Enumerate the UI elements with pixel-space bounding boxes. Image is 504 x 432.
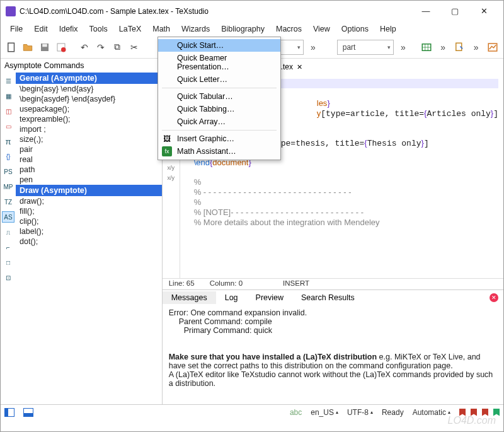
list-item[interactable]: import ; (16, 124, 162, 134)
tab-close-icon[interactable]: ✕ (297, 63, 302, 71)
wizard-insert-graphic[interactable]: 🖼Insert Graphic… (158, 132, 280, 145)
menu-edit[interactable]: Edit (28, 23, 54, 35)
list-item[interactable]: real (16, 155, 162, 165)
bookmark-icon[interactable] (459, 409, 466, 416)
sidetab-10[interactable]: ⎍ (2, 226, 14, 238)
list-item[interactable]: fill(); (16, 206, 162, 216)
svg-rect-2 (42, 44, 47, 47)
app-icon (6, 6, 16, 16)
menu-latex[interactable]: LaTeX (113, 23, 147, 35)
menu-bibliography[interactable]: Bibliography (215, 23, 270, 35)
msg-line: Parent Command: compile (169, 317, 497, 326)
menu-wizards[interactable]: Wizards (176, 23, 215, 35)
arrow-right-icon-2[interactable]: » (396, 39, 410, 55)
list-item[interactable]: size(,); (16, 134, 162, 144)
list-item[interactable]: texpreamble(); (16, 114, 162, 124)
sidetab-7[interactable]: MP (2, 181, 14, 192)
sidetab-8[interactable]: TZ (2, 196, 14, 207)
sidetab-6[interactable]: PS (2, 166, 14, 177)
menu-view[interactable]: View (307, 23, 336, 35)
panel-close-icon[interactable]: ✕ (490, 293, 498, 302)
list-item[interactable]: pair (16, 144, 162, 155)
combo-part[interactable]: part (337, 40, 394, 55)
tab-messages[interactable]: Messages (163, 291, 216, 304)
menu-tools[interactable]: Tools (84, 23, 113, 35)
wizard-quick-tabbing[interactable]: Quick Tabbing… (158, 103, 280, 115)
list-item[interactable]: \begin{asydef} \end{asydef} (16, 94, 162, 104)
status-auto[interactable]: Automatic ▴ (413, 408, 450, 417)
arrow-right-icon-4[interactable]: » (469, 39, 483, 55)
menu-help[interactable]: Help (374, 23, 402, 35)
copy-icon[interactable]: ⧉ (110, 39, 124, 55)
menu-idefix[interactable]: Idefix (54, 23, 84, 35)
bookmark-icon[interactable] (482, 409, 488, 416)
minimize-button[interactable]: — (411, 2, 440, 21)
tab-preview[interactable]: Preview (247, 291, 292, 304)
list-item[interactable]: pen (16, 175, 162, 185)
chart-icon[interactable] (486, 39, 500, 55)
close-file-icon[interactable] (54, 39, 68, 55)
list-item[interactable]: label(); (16, 226, 162, 236)
close-button[interactable]: ✕ (469, 2, 498, 21)
list-item[interactable]: path (16, 165, 162, 175)
status-ready: Ready (382, 408, 404, 417)
arrow-right-icon-3[interactable]: » (436, 39, 450, 55)
spellcheck-icon[interactable]: abc (290, 408, 302, 417)
sidetab-13[interactable]: ⊡ (2, 272, 14, 283)
gutter-icon: x/y (167, 175, 175, 181)
menu-macros[interactable]: Macros (270, 23, 307, 35)
wizard-quick-tabular[interactable]: Quick Tabular… (158, 90, 280, 103)
tab-log[interactable]: Log (216, 291, 247, 304)
status-language[interactable]: en_US ▴ (311, 408, 338, 417)
open-file-icon[interactable] (21, 39, 35, 55)
msg-line: Error: One command expansion invalid. (169, 308, 497, 317)
wizard-quick-letter[interactable]: Quick Letter… (158, 73, 280, 86)
new-file-icon[interactable] (4, 39, 18, 55)
sidetab-9[interactable]: AS (2, 211, 14, 223)
wizard-quick-beamer[interactable]: Quick Beamer Presentation… (158, 52, 280, 73)
sidetab-3[interactable]: ▭ (2, 120, 14, 132)
list-header-draw[interactable]: Draw (Asymptote) (16, 185, 162, 196)
status-encoding[interactable]: UTF-8 ▴ (347, 408, 373, 417)
sidetab-12[interactable]: □ (2, 257, 14, 268)
redo-icon[interactable]: ↷ (94, 39, 108, 55)
table-icon[interactable] (420, 39, 433, 55)
menu-options[interactable]: Options (336, 23, 374, 35)
sidetab-4[interactable]: π (2, 136, 14, 147)
editor-status-line: Line: 65 Column: 0 INSERT (163, 278, 503, 289)
bookmark-icon[interactable] (471, 409, 477, 416)
list-item[interactable]: dot(); (16, 236, 162, 247)
sidebar-list: General (Asymptote) \begin{asy} \end{asy… (16, 73, 162, 404)
status-mode: INSERT (283, 279, 309, 289)
gutter-icon: x/y (167, 165, 175, 171)
bookmark-icon[interactable] (493, 409, 500, 416)
page-nav-icon[interactable] (452, 39, 466, 55)
maximize-button[interactable]: ▢ (440, 2, 469, 21)
cut-icon[interactable]: ✂ (127, 39, 141, 55)
menu-math[interactable]: Math (147, 23, 176, 35)
sidetab-0[interactable]: ☰ (2, 75, 14, 86)
wizard-quick-array[interactable]: Quick Array… (158, 115, 280, 128)
msg-line: Make sure that you have installed a (La)… (169, 353, 497, 370)
arrow-right-icon[interactable]: » (306, 39, 320, 55)
list-item[interactable]: clip(); (16, 216, 162, 226)
sidetab-1[interactable]: ▦ (2, 90, 14, 102)
sidetab-5[interactable]: {} (2, 151, 14, 162)
menu-file[interactable]: File (4, 23, 28, 35)
wizard-quick-start[interactable]: Quick Start… (158, 39, 280, 52)
sidebar-title: Asymptote Commands (1, 59, 162, 73)
tab-search-results[interactable]: Search Results (292, 291, 364, 304)
panel-toggle-icon[interactable] (4, 408, 14, 417)
list-item[interactable]: draw(); (16, 196, 162, 206)
panel-toggle-icon-2[interactable] (23, 408, 33, 417)
undo-icon[interactable]: ↶ (77, 39, 91, 55)
list-header-general[interactable]: General (Asymptote) (16, 73, 162, 84)
list-item[interactable]: \begin{asy} \end{asy} (16, 84, 162, 94)
wizard-math-assistant[interactable]: fxMath Assistant… (158, 145, 280, 158)
sidebar-category-tabs: ☰ ▦ ◫ ▭ π {} PS MP TZ AS ⎍ ⌐ □ ⊡ (1, 73, 16, 404)
sidetab-11[interactable]: ⌐ (2, 242, 14, 253)
msg-line: Primary Command: quick (169, 326, 497, 335)
sidetab-2[interactable]: ◫ (2, 105, 14, 117)
list-item[interactable]: usepackage(); (16, 104, 162, 114)
save-icon[interactable] (38, 39, 52, 55)
